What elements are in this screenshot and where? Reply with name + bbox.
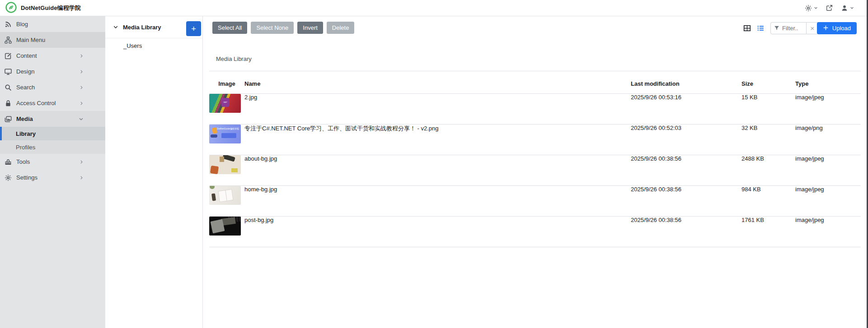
sidebar-item-label: Access Control xyxy=(16,100,56,106)
thumbnail-2-jpg[interactable]: .NET xyxy=(209,94,241,113)
table-row: home-bg.jpg 2025/9/26 00:38:56 984 KB im… xyxy=(209,185,861,216)
table-row: DotNetGuide编程学院 专注于C#.NET.NET Core学习、工作、… xyxy=(209,124,861,155)
folder-item-users[interactable]: _Users xyxy=(105,38,202,53)
type-cell: image/jpeg xyxy=(795,93,861,124)
media-content-area: Select All Select None Invert Delete xyxy=(203,16,868,328)
gear-icon xyxy=(5,174,12,181)
column-header-type: Type xyxy=(795,74,861,93)
edit-icon xyxy=(5,52,12,60)
lock-icon xyxy=(5,99,12,107)
breadcrumb: Media Library xyxy=(216,55,252,62)
column-header-image: Image xyxy=(209,74,244,93)
sidebar-item-label: Main Menu xyxy=(16,37,45,43)
last-modification-cell: 2025/9/26 00:52:03 xyxy=(631,124,741,155)
folder-label: _Users xyxy=(123,42,142,49)
last-modification-cell: 2025/9/26 00:38:56 xyxy=(631,216,741,247)
sidebar-item-tools[interactable]: Tools xyxy=(0,154,105,170)
media-name-link[interactable]: about-bg.jpg xyxy=(244,155,277,162)
rss-icon xyxy=(5,20,12,28)
banner-illustration xyxy=(211,134,217,138)
funnel-icon xyxy=(774,25,779,31)
sidebar-item-content[interactable]: Content xyxy=(0,48,105,64)
thumbnail-home-bg-jpg[interactable] xyxy=(209,186,241,205)
sidebar-item-library[interactable]: Library xyxy=(0,127,105,140)
sidebar-item-design[interactable]: Design xyxy=(0,64,105,79)
sidebar-item-label: Blog xyxy=(16,21,28,28)
chevron-down-icon[interactable] xyxy=(113,24,118,30)
view-switcher xyxy=(743,24,765,32)
select-none-button[interactable]: Select None xyxy=(251,22,294,34)
chevron-down-icon xyxy=(814,6,818,10)
banner-title: DotNetGuide编程学院 xyxy=(217,127,239,130)
media-library-app: DotNetGuide编程学院 xyxy=(0,0,868,328)
column-header-last-modification: Last modification xyxy=(631,74,741,93)
size-cell: 2488 KB xyxy=(741,155,795,185)
media-name-link[interactable]: home-bg.jpg xyxy=(244,186,277,193)
sidebar-item-blog[interactable]: Blog xyxy=(0,16,105,32)
sidebar-item-label: Profiles xyxy=(16,144,35,151)
table-header-row: Image Name Last modification Size Type xyxy=(209,74,861,93)
size-cell: 984 KB xyxy=(741,185,795,216)
media-name-link[interactable]: post-bg.jpg xyxy=(244,217,273,223)
sidebar-item-main-menu[interactable]: Main Menu xyxy=(0,32,105,48)
type-cell: image/jpeg xyxy=(795,155,861,185)
sidebar-item-label: Settings xyxy=(16,174,38,181)
chevron-down-icon xyxy=(850,6,854,10)
toolbox-icon xyxy=(5,158,12,166)
select-all-button[interactable]: Select All xyxy=(212,22,247,34)
sidebar-item-search[interactable]: Search xyxy=(0,79,105,95)
thumbnail-v2-png[interactable]: DotNetGuide编程学院 xyxy=(209,125,241,143)
table-row: about-bg.jpg 2025/9/26 00:38:56 2488 KB … xyxy=(209,155,861,185)
thumbnail-about-bg-jpg[interactable] xyxy=(209,155,241,174)
sidebar-item-label: Tools xyxy=(16,158,30,165)
last-modification-cell: 2025/9/26 00:38:56 xyxy=(631,155,741,185)
folder-tree-panel: Media Library + _Users xyxy=(105,16,203,328)
settings-dropdown[interactable] xyxy=(802,3,820,14)
sitemap-icon xyxy=(5,36,12,44)
invert-button[interactable]: Invert xyxy=(297,22,323,34)
user-dropdown[interactable] xyxy=(839,3,856,14)
upload-button[interactable]: Upload xyxy=(817,22,857,34)
type-cell: image/png xyxy=(795,124,861,155)
chevron-right-icon xyxy=(80,175,84,180)
chevron-right-icon xyxy=(80,101,84,106)
media-name-link[interactable]: 2.jpg xyxy=(244,94,257,101)
delete-button[interactable]: Delete xyxy=(327,22,355,34)
sidebar-item-label: Content xyxy=(16,52,37,59)
gear-icon xyxy=(805,5,812,12)
folder-root-media-library[interactable]: Media Library xyxy=(123,24,161,31)
grid-view-icon[interactable] xyxy=(743,24,751,32)
user-icon xyxy=(841,5,848,12)
size-cell: 1761 KB xyxy=(741,216,795,247)
sidebar-item-profiles[interactable]: Profiles xyxy=(0,140,105,154)
thumbnail-post-bg-jpg[interactable] xyxy=(209,217,241,236)
add-folder-button[interactable]: + xyxy=(186,21,201,36)
size-cell: 32 KB xyxy=(741,124,795,155)
images-icon xyxy=(5,115,12,123)
folder-tree-header: Media Library + xyxy=(105,16,202,38)
column-header-size: Size xyxy=(741,74,795,93)
bulk-actions: Select All Select None Invert Delete xyxy=(212,22,354,34)
filter-group: × xyxy=(770,22,819,34)
display-icon xyxy=(5,68,12,75)
sidebar-item-label: Library xyxy=(16,130,36,137)
top-bar: DotNetGuide编程学院 xyxy=(0,0,868,16)
sidebar-item-media[interactable]: Media xyxy=(0,111,105,127)
external-link-icon xyxy=(826,5,833,11)
sidebar-item-label: Search xyxy=(16,84,35,91)
chevron-right-icon xyxy=(80,85,84,90)
brand-link[interactable]: DotNetGuide编程学院 xyxy=(5,2,81,14)
topbar-actions xyxy=(802,3,863,14)
size-cell: 15 KB xyxy=(741,93,795,124)
sidebar-item-settings[interactable]: Settings xyxy=(0,170,105,185)
chevron-down-icon xyxy=(79,116,84,121)
plus-icon xyxy=(823,25,829,32)
type-cell: image/jpeg xyxy=(795,216,861,247)
sidebar-item-access-control[interactable]: Access Control xyxy=(0,95,105,111)
media-name-link[interactable]: 专注于C#.NET.NET Core学习、工作、面试干货和实战教程分享！ - v… xyxy=(244,125,439,132)
type-cell: image/jpeg xyxy=(795,185,861,216)
list-view-icon[interactable] xyxy=(757,24,765,32)
open-site-button[interactable] xyxy=(824,3,835,13)
chevron-right-icon xyxy=(80,69,84,74)
sidebar-item-label: Design xyxy=(16,68,34,75)
